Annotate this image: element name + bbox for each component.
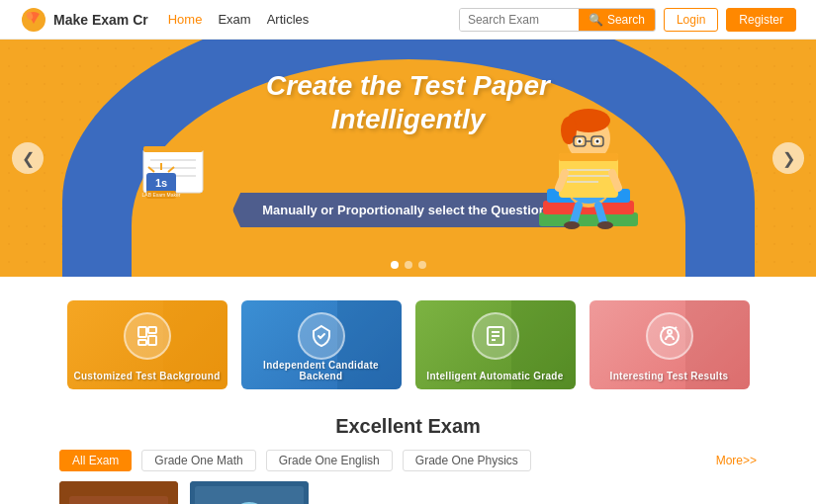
nav-articles[interactable]: Articles xyxy=(267,12,310,27)
book-illustration: 1s LAB Exam Maker xyxy=(129,119,218,208)
tab-grade-one-english[interactable]: Grade One English xyxy=(266,450,393,471)
register-button[interactable]: Register xyxy=(726,8,796,32)
exam-card-2[interactable] xyxy=(190,481,309,504)
svg-line-34 xyxy=(559,173,565,188)
hero-title: Create the Test Paper Intelligently xyxy=(266,69,550,135)
kid-svg xyxy=(519,59,658,257)
exam-cards xyxy=(59,481,757,504)
feature-label-2: Intelligent Automatic Grade xyxy=(422,367,567,389)
hero-dots-indicator xyxy=(391,261,426,269)
hero-banner: Create the Test Paper Intelligently Manu… xyxy=(0,40,816,277)
svg-point-28 xyxy=(596,140,599,143)
nav-exam[interactable]: Exam xyxy=(218,12,250,27)
divider xyxy=(0,277,816,285)
excellent-exam-title: Excellent Exam xyxy=(59,415,757,438)
hero-next-button[interactable]: ❯ xyxy=(772,142,804,174)
feature-card-1[interactable]: Independent Candidate Backend xyxy=(241,300,402,389)
exam-card-1[interactable] xyxy=(59,481,178,504)
svg-rect-14 xyxy=(539,212,638,226)
svg-line-36 xyxy=(574,206,579,222)
svg-line-51 xyxy=(675,327,677,329)
card-icon-0 xyxy=(124,312,171,360)
svg-point-49 xyxy=(668,330,672,334)
tab-grade-one-math[interactable]: Grade One Math xyxy=(141,450,255,471)
svg-point-27 xyxy=(579,140,582,143)
search-button[interactable]: 🔍 Search xyxy=(579,9,655,31)
exam-tabs: All Exam Grade One Math Grade One Englis… xyxy=(59,450,757,471)
feature-label-0: Customized Test Background xyxy=(69,367,224,389)
dot-2[interactable] xyxy=(405,261,412,269)
svg-rect-40 xyxy=(138,327,146,337)
kid-illustration xyxy=(519,59,658,257)
svg-line-50 xyxy=(663,327,665,329)
svg-line-37 xyxy=(598,206,603,222)
exam-card-img-1 xyxy=(59,481,178,504)
login-button[interactable]: Login xyxy=(664,8,718,32)
search-box: 🔍 Search xyxy=(459,8,656,32)
svg-rect-42 xyxy=(148,336,156,345)
card-icon-1 xyxy=(298,312,345,360)
svg-rect-53 xyxy=(69,496,168,504)
feature-label-1: Independent Candidate Backend xyxy=(241,356,402,389)
exam-card-img-2 xyxy=(190,481,309,504)
svg-text:LAB Exam Maker: LAB Exam Maker xyxy=(142,192,181,198)
feature-card-3[interactable]: Interesting Test Results xyxy=(589,300,750,389)
svg-point-38 xyxy=(564,221,580,229)
svg-rect-3 xyxy=(143,146,203,152)
logo-icon xyxy=(20,6,47,34)
tab-grade-one-physics[interactable]: Grade One Physics xyxy=(403,450,531,471)
excellent-exam-section: Excellent Exam All Exam Grade One Math G… xyxy=(0,405,816,504)
tab-all-exam[interactable]: All Exam xyxy=(59,450,132,471)
svg-rect-30 xyxy=(559,153,618,161)
svg-line-35 xyxy=(612,173,618,188)
svg-text:1s: 1s xyxy=(155,177,167,189)
feature-card-2[interactable]: Intelligent Automatic Grade xyxy=(415,300,576,389)
feature-card-0[interactable]: Customized Test Background xyxy=(67,300,227,389)
feature-label-3: Interesting Test Results xyxy=(606,367,733,389)
navbar: Make Exam Cr Home Exam Articles 🔍 Search… xyxy=(0,0,816,40)
hero-prev-button[interactable]: ❮ xyxy=(12,142,44,174)
search-icon: 🔍 xyxy=(589,13,603,27)
logo-text: Make Exam Cr xyxy=(53,12,148,28)
feature-cards: Customized Test Background Independent C… xyxy=(0,285,816,405)
search-input[interactable] xyxy=(460,9,579,31)
dot-3[interactable] xyxy=(418,261,426,269)
svg-rect-41 xyxy=(148,327,156,333)
dot-1[interactable] xyxy=(391,261,399,269)
svg-rect-58 xyxy=(195,486,304,504)
book-svg: 1s LAB Exam Maker xyxy=(129,119,218,208)
nav-right: 🔍 Search Login Register xyxy=(459,8,796,32)
logo-area: Make Exam Cr xyxy=(20,6,148,34)
nav-home[interactable]: Home xyxy=(168,12,203,27)
svg-rect-43 xyxy=(138,340,146,345)
card-icon-2 xyxy=(472,312,519,360)
svg-point-39 xyxy=(597,221,613,229)
more-link[interactable]: More>> xyxy=(716,454,757,467)
nav-links: Home Exam Articles xyxy=(168,12,310,27)
card-icon-3 xyxy=(646,312,693,360)
